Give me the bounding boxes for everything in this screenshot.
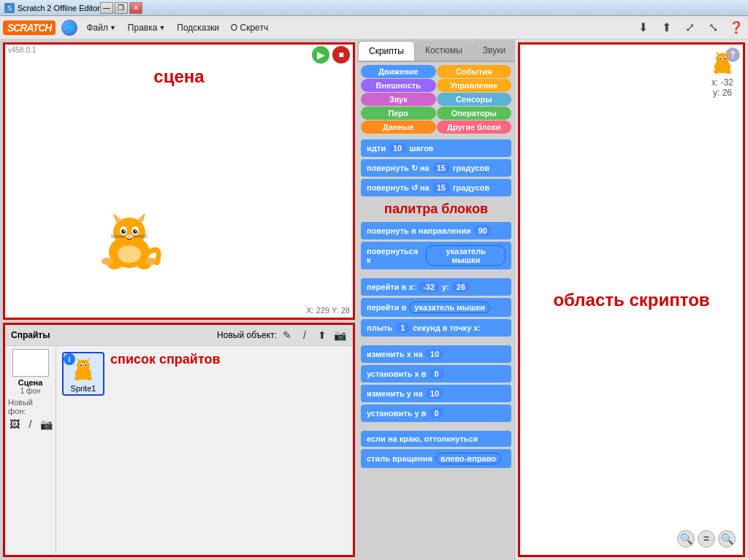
right-panel: ? xyxy=(515,39,748,560)
cat-sensing[interactable]: Сенсоры xyxy=(437,93,512,106)
stop-button[interactable]: ■ xyxy=(332,46,350,64)
block-go-to-mouse[interactable]: перейти в указатель мышки xyxy=(361,298,511,317)
new-object-label: Новый объект: xyxy=(217,330,277,340)
blocks-list: идти 10 шагов повернуть ↻ на 15 градусов… xyxy=(358,137,514,560)
svg-point-13 xyxy=(128,236,131,238)
globe-icon[interactable]: 🌐 xyxy=(61,20,77,36)
titlebar-icon: S xyxy=(4,3,15,13)
block-change-y[interactable]: изменить у на 10 xyxy=(361,385,511,402)
green-flag-button[interactable]: ▶ xyxy=(312,46,329,64)
cat-motion[interactable]: Движение xyxy=(361,65,436,78)
block-rotation-style[interactable]: стиль вращения влево-вправо xyxy=(361,449,511,468)
sprites-title: Спрайты xyxy=(11,330,50,340)
block-value-turn-left[interactable]: 15 xyxy=(432,183,450,193)
block-point-towards[interactable]: повернуться к указатель мышки xyxy=(361,242,511,269)
camera-bg-button[interactable]: 📷 xyxy=(39,417,54,431)
block-value-direction[interactable]: 90 xyxy=(474,226,492,236)
left-panel: v458.0.1 ▶ ■ сцена xyxy=(0,39,358,560)
menu-file[interactable]: Файл ▼ xyxy=(83,21,118,34)
blocks-tabs: Скрипты Костюмы Звуки xyxy=(358,39,514,62)
block-value-set-x[interactable]: 0 xyxy=(430,369,444,379)
shrink-icon[interactable]: ⤡ xyxy=(704,19,722,37)
block-value-set-y[interactable]: 0 xyxy=(430,408,444,418)
block-turn-right[interactable]: повернуть ↻ на 15 градусов xyxy=(361,159,511,177)
cat-sprite xyxy=(93,212,166,274)
paint-bg-button[interactable]: 🖼 xyxy=(7,417,22,431)
block-value-rotation[interactable]: влево-вправо xyxy=(435,453,501,464)
svg-point-42 xyxy=(722,61,723,61)
svg-point-33 xyxy=(86,376,92,380)
block-bounce[interactable]: если на краю, оттолкнуться xyxy=(361,431,511,447)
paint-sprite-button[interactable]: ✎ xyxy=(280,328,294,342)
zoom-reset-button[interactable]: = xyxy=(698,530,715,548)
block-value-go-to[interactable]: указатель мышки xyxy=(409,302,490,313)
upload-bg-button[interactable]: / xyxy=(23,417,38,431)
block-move-steps[interactable]: идти 10 шагов xyxy=(361,139,511,157)
upload-sprite-button[interactable]: ⬆ xyxy=(315,328,329,342)
block-value-glide-secs[interactable]: 1 xyxy=(395,323,410,333)
titlebar-controls: — ❐ ✕ xyxy=(100,2,142,14)
stamp-sprite-button[interactable]: / xyxy=(297,328,312,342)
camera-sprite-button[interactable]: 📷 xyxy=(332,328,347,342)
block-glide[interactable]: плыть 1 секунд в точку х: xyxy=(361,319,511,337)
block-value-change-y[interactable]: 10 xyxy=(426,388,443,399)
svg-point-10 xyxy=(123,230,125,231)
sprite-info-badge[interactable]: i xyxy=(64,353,75,365)
menu-tips[interactable]: Подсказки xyxy=(174,21,222,34)
main-area: v458.0.1 ▶ ■ сцена xyxy=(0,39,748,560)
minimize-button[interactable]: — xyxy=(100,2,113,14)
block-value-x[interactable]: -32 xyxy=(419,282,439,292)
upload-icon[interactable]: ⬆ xyxy=(657,19,675,37)
block-value-y[interactable]: 26 xyxy=(452,282,470,292)
cat-looks[interactable]: Внешность xyxy=(361,79,436,92)
help-icon[interactable]: ❓ xyxy=(728,19,745,37)
cat-data[interactable]: Данные xyxy=(361,120,436,134)
tab-costumes[interactable]: Костюмы xyxy=(415,41,473,61)
cat-sound[interactable]: Звук xyxy=(361,93,436,106)
svg-point-20 xyxy=(102,258,113,265)
block-change-x[interactable]: изменить х на 10 xyxy=(361,345,511,363)
menu-edit[interactable]: Правка ▼ xyxy=(125,21,168,34)
block-value-change-x[interactable]: 10 xyxy=(426,349,443,359)
titlebar: S Scratch 2 Offline Editor — ❐ ✕ xyxy=(0,0,748,16)
maximize-button[interactable]: ❐ xyxy=(115,2,128,14)
svg-marker-26 xyxy=(86,358,90,361)
download-icon[interactable]: ⬇ xyxy=(634,19,652,37)
menu-about[interactable]: О Скретч xyxy=(228,21,271,34)
sprite-info-panel: x: -32 y: 26 xyxy=(708,50,737,98)
block-value-turn-right[interactable]: 15 xyxy=(432,163,450,173)
sprite-x-coord: x: -32 xyxy=(711,77,733,88)
sprite-item[interactable]: i xyxy=(62,352,104,396)
tab-sounds[interactable]: Звуки xyxy=(473,41,516,61)
cat-more-blocks[interactable]: Другие блоки xyxy=(437,120,512,134)
fullscreen-icon[interactable]: ⤢ xyxy=(681,19,698,37)
cat-events[interactable]: События xyxy=(437,65,512,78)
cat-operators[interactable]: Операторы xyxy=(437,107,512,120)
svg-point-8 xyxy=(121,229,126,234)
block-turn-left[interactable]: повернуть ↺ на 15 градусов xyxy=(361,179,511,196)
tab-scripts[interactable]: Скрипты xyxy=(358,41,415,61)
block-value-steps[interactable]: 10 xyxy=(389,143,406,153)
stage-coords: X: 229 Y: 28 xyxy=(306,306,350,315)
block-set-y[interactable]: установить у в 0 xyxy=(361,404,511,422)
close-button[interactable]: ✕ xyxy=(129,2,142,14)
sprite-mini-preview xyxy=(708,50,737,76)
svg-point-30 xyxy=(85,364,86,366)
scripts-area: ? xyxy=(518,42,745,557)
svg-point-22 xyxy=(118,245,141,263)
block-point-direction[interactable]: повернуть в направлении 90 xyxy=(361,222,511,239)
scene-panel: Сцена 1 фон Новый фон: 🖼 / 📷 xyxy=(5,346,56,555)
svg-point-24 xyxy=(77,359,90,371)
block-go-to-xy[interactable]: перейти в x: -32 y: 26 xyxy=(361,278,511,296)
cat-pen[interactable]: Перо xyxy=(361,107,436,120)
zoom-out-button[interactable]: 🔍 xyxy=(677,530,695,548)
stage-version: v458.0.1 xyxy=(8,46,36,54)
palette-label: палитра блоков xyxy=(361,202,511,217)
cat-control[interactable]: Управление xyxy=(437,79,512,92)
zoom-in-button[interactable]: 🔍 xyxy=(718,530,736,548)
svg-point-32 xyxy=(75,376,80,380)
block-value-towards[interactable]: указатель мышки xyxy=(426,245,505,266)
svg-point-11 xyxy=(135,230,137,231)
sprite-y-coord: y: 26 xyxy=(713,88,732,98)
block-set-x[interactable]: установить х в 0 xyxy=(361,365,511,383)
